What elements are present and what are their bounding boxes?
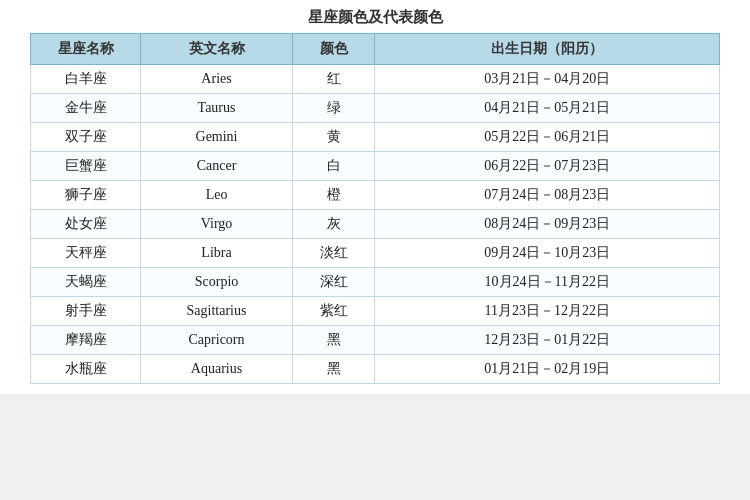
- cell-zh-name: 射手座: [31, 297, 141, 326]
- cell-date: 12月23日－01月22日: [375, 326, 720, 355]
- cell-en-name: Cancer: [141, 152, 293, 181]
- cell-zh-name: 双子座: [31, 123, 141, 152]
- cell-zh-name: 狮子座: [31, 181, 141, 210]
- cell-date: 09月24日－10月23日: [375, 239, 720, 268]
- zodiac-table: 星座名称 英文名称 颜色 出生日期（阳历） 白羊座Aries红03月21日－04…: [30, 33, 720, 384]
- cell-date: 04月21日－05月21日: [375, 94, 720, 123]
- cell-zh-name: 天蝎座: [31, 268, 141, 297]
- table-row: 水瓶座Aquarius黑01月21日－02月19日: [31, 355, 720, 384]
- cell-date: 05月22日－06月21日: [375, 123, 720, 152]
- cell-date: 03月21日－04月20日: [375, 65, 720, 94]
- cell-date: 01月21日－02月19日: [375, 355, 720, 384]
- cell-zh-name: 水瓶座: [31, 355, 141, 384]
- table-header-row: 星座名称 英文名称 颜色 出生日期（阳历）: [31, 34, 720, 65]
- cell-date: 08月24日－09月23日: [375, 210, 720, 239]
- header-zh-name: 星座名称: [31, 34, 141, 65]
- cell-en-name: Leo: [141, 181, 293, 210]
- cell-zh-name: 处女座: [31, 210, 141, 239]
- cell-color: 白: [292, 152, 375, 181]
- cell-zh-name: 摩羯座: [31, 326, 141, 355]
- cell-en-name: Aries: [141, 65, 293, 94]
- table-row: 巨蟹座Cancer白06月22日－07月23日: [31, 152, 720, 181]
- table-row: 金牛座Taurus绿04月21日－05月21日: [31, 94, 720, 123]
- page-title: 星座颜色及代表颜色: [30, 8, 720, 27]
- cell-en-name: Gemini: [141, 123, 293, 152]
- table-row: 天秤座Libra淡红09月24日－10月23日: [31, 239, 720, 268]
- cell-en-name: Virgo: [141, 210, 293, 239]
- table-row: 射手座Sagittarius紫红11月23日－12月22日: [31, 297, 720, 326]
- cell-date: 10月24日－11月22日: [375, 268, 720, 297]
- cell-en-name: Taurus: [141, 94, 293, 123]
- table-body: 白羊座Aries红03月21日－04月20日金牛座Taurus绿04月21日－0…: [31, 65, 720, 384]
- cell-date: 11月23日－12月22日: [375, 297, 720, 326]
- header-color: 颜色: [292, 34, 375, 65]
- header-birth-date: 出生日期（阳历）: [375, 34, 720, 65]
- cell-color: 深红: [292, 268, 375, 297]
- cell-date: 07月24日－08月23日: [375, 181, 720, 210]
- table-row: 处女座Virgo灰08月24日－09月23日: [31, 210, 720, 239]
- table-row: 双子座Gemini黄05月22日－06月21日: [31, 123, 720, 152]
- cell-color: 绿: [292, 94, 375, 123]
- table-row: 摩羯座Capricorn黑12月23日－01月22日: [31, 326, 720, 355]
- cell-color: 红: [292, 65, 375, 94]
- cell-en-name: Aquarius: [141, 355, 293, 384]
- cell-zh-name: 巨蟹座: [31, 152, 141, 181]
- cell-en-name: Sagittarius: [141, 297, 293, 326]
- page-wrapper: 星座颜色及代表颜色 星座名称 英文名称 颜色 出生日期（阳历） 白羊座Aries…: [0, 0, 750, 394]
- cell-zh-name: 金牛座: [31, 94, 141, 123]
- cell-color: 灰: [292, 210, 375, 239]
- cell-color: 黑: [292, 355, 375, 384]
- cell-color: 淡红: [292, 239, 375, 268]
- cell-en-name: Capricorn: [141, 326, 293, 355]
- cell-en-name: Libra: [141, 239, 293, 268]
- cell-en-name: Scorpio: [141, 268, 293, 297]
- cell-zh-name: 天秤座: [31, 239, 141, 268]
- cell-color: 紫红: [292, 297, 375, 326]
- header-en-name: 英文名称: [141, 34, 293, 65]
- cell-color: 橙: [292, 181, 375, 210]
- cell-color: 黑: [292, 326, 375, 355]
- table-row: 狮子座Leo橙07月24日－08月23日: [31, 181, 720, 210]
- cell-color: 黄: [292, 123, 375, 152]
- table-row: 天蝎座Scorpio深红10月24日－11月22日: [31, 268, 720, 297]
- cell-date: 06月22日－07月23日: [375, 152, 720, 181]
- table-row: 白羊座Aries红03月21日－04月20日: [31, 65, 720, 94]
- cell-zh-name: 白羊座: [31, 65, 141, 94]
